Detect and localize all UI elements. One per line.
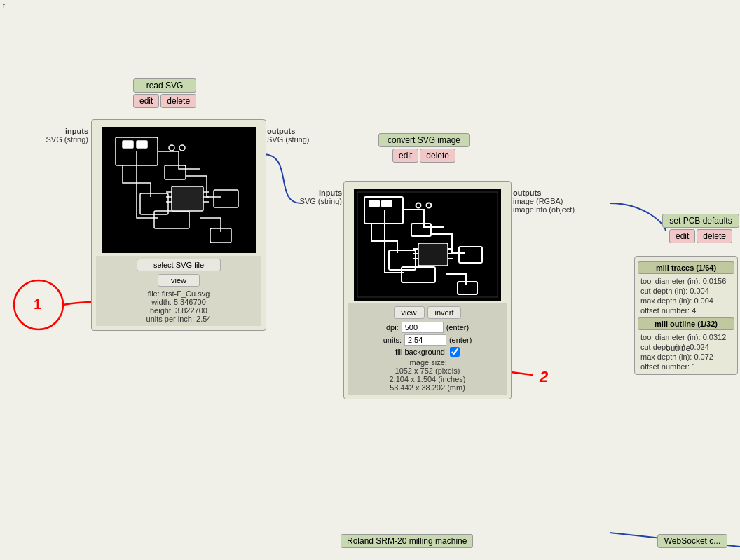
- max-depth-outline: max depth (in): 0.072: [638, 352, 734, 362]
- units-enter: (enter): [449, 336, 472, 344]
- read-svg-header[interactable]: read SVG: [133, 78, 196, 93]
- svg-point-35: [416, 203, 421, 208]
- corner-label: t: [3, 1, 5, 10]
- fill-bg-label: fill background:: [395, 348, 447, 356]
- size-inches: 2.104 x 1.504 (inches): [352, 375, 502, 383]
- svg-rect-18: [172, 186, 203, 211]
- tool-diameter-outline: tool diameter (in): 0.0312: [638, 332, 734, 342]
- read-svg-view-button[interactable]: view: [158, 274, 200, 287]
- units-label-convert: units:: [383, 336, 402, 344]
- svg-point-36: [427, 203, 432, 208]
- svg-point-1: [14, 280, 63, 329]
- convert-outputs-label: outputs: [513, 189, 584, 197]
- offset-number-outline: offset number: 1: [638, 362, 734, 371]
- size-mm: 53.442 x 38.202 (mm): [352, 383, 502, 392]
- svg-text:1: 1: [34, 296, 41, 312]
- svg-rect-9: [123, 141, 133, 148]
- read-svg-edit[interactable]: edit: [133, 94, 159, 108]
- svg-rect-37: [418, 243, 448, 266]
- svg-rect-10: [137, 141, 147, 148]
- svg-rect-28: [369, 200, 379, 207]
- outline-label: outline: [666, 343, 690, 353]
- dpi-input[interactable]: [402, 322, 444, 333]
- svg-rect-29: [382, 200, 392, 207]
- convert-inputs-label: inputs: [292, 189, 342, 197]
- dpi-label: dpi:: [386, 323, 399, 332]
- convert-svg-edit[interactable]: edit: [392, 149, 418, 163]
- convert-outputs-type1: image (RGBA): [513, 197, 584, 205]
- websocket-header[interactable]: WebSocket c...: [657, 534, 727, 548]
- svg-text:2: 2: [539, 368, 549, 385]
- image-size-label: image size:: [352, 358, 502, 367]
- svg-point-17: [179, 145, 185, 151]
- size-pixels: 1052 x 752 (pixels): [352, 367, 502, 375]
- convert-outputs-type2: imageInfo (object): [513, 205, 584, 214]
- set-pcb-defaults-header[interactable]: set PCB defaults: [662, 214, 739, 228]
- roland-srm20-header[interactable]: Roland SRM-20 milling machine: [341, 534, 473, 548]
- read-svg-delete[interactable]: delete: [160, 94, 196, 108]
- read-svg-outputs-type: SVG (string): [267, 135, 329, 144]
- units-input[interactable]: [404, 334, 446, 346]
- mill-outline-title: mill outline (1/32): [638, 317, 734, 330]
- svg-point-16: [169, 145, 174, 151]
- fill-bg-checkbox[interactable]: [450, 347, 460, 357]
- tool-diameter-traces: tool diameter (in): 0.0156: [638, 276, 734, 286]
- mill-traces-title: mill traces (1/64): [638, 261, 734, 274]
- read-svg-inputs-label: inputs: [43, 127, 88, 135]
- set-pcb-delete[interactable]: delete: [697, 229, 732, 243]
- svg-file-info: file: first-F_Cu.svg width: 5.346700 hei…: [146, 289, 212, 323]
- read-svg-outputs-label: outputs: [267, 127, 329, 135]
- convert-svg-delete[interactable]: delete: [420, 149, 455, 163]
- set-pcb-edit[interactable]: edit: [669, 229, 695, 243]
- convert-view-button[interactable]: view: [394, 306, 425, 319]
- read-svg-inputs-type: SVG (string): [43, 135, 88, 144]
- convert-invert-button[interactable]: invert: [427, 306, 462, 319]
- convert-svg-header[interactable]: convert SVG image: [378, 133, 470, 147]
- cut-depth-traces: cut depth (in): 0.004: [638, 286, 734, 296]
- max-depth-traces: max depth (in): 0.004: [638, 296, 734, 306]
- convert-inputs-type: SVG (string): [292, 197, 342, 205]
- dpi-enter: (enter): [446, 323, 469, 332]
- offset-number-traces: offset number: 4: [638, 306, 734, 315]
- select-svg-file-button[interactable]: select SVG file: [137, 259, 221, 271]
